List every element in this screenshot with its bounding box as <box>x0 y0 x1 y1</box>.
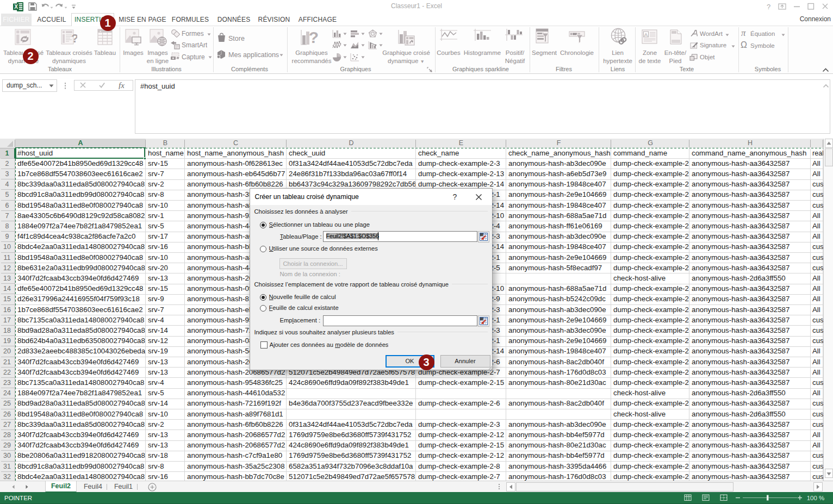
svg-text:fx: fx <box>119 82 125 89</box>
svg-text:X: X <box>14 4 18 10</box>
svg-text:?: ? <box>767 3 770 11</box>
svg-text:A: A <box>644 32 648 38</box>
svg-text:?: ? <box>71 32 77 45</box>
svg-text:?: ? <box>309 29 319 46</box>
